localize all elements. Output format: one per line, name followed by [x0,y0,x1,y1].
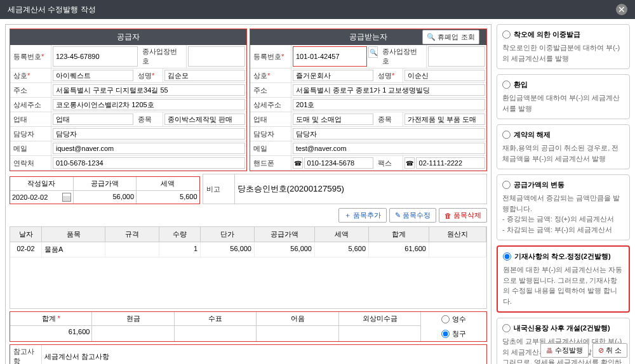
notes-label: 참고사항 [10,345,42,364]
supplier-company-label: 상호 [10,68,51,82]
claim-label: 청구 [452,329,466,339]
supplier-subbizno[interactable] [188,46,245,67]
edit-icon: ✎ [395,211,401,219]
tax-label: 세액 [137,177,199,191]
supplier-subbizno-label: 종사업장번호 [139,45,187,68]
row-date: 02-02 [10,242,42,257]
recipient-regno[interactable] [293,46,367,67]
supplier-name-label: 성명 [135,68,163,82]
supplier-address[interactable] [53,84,245,96]
search-icon[interactable]: 🔍 [368,46,378,58]
remarks-input[interactable] [235,174,486,204]
recipient-email[interactable] [293,143,485,154]
supplier-biztype[interactable] [53,114,133,125]
option-radio[interactable] [502,131,511,139]
col-supply: 공급가액 [255,227,315,242]
print-icon: 🖶 [546,347,553,354]
option-radio[interactable] [502,324,511,332]
option-radio[interactable] [502,181,511,189]
claim-radio[interactable] [441,330,450,338]
business-status-lookup-button[interactable]: 🔍휴폐업 조회 [422,30,479,44]
close-icon[interactable]: ✕ [616,4,627,15]
supplier-detailaddr-label: 상세주소 [10,98,51,112]
revision-option-4[interactable]: 기재사항의 착오.정정(2건발행)원본에 대한 부(-)의 세금계산서는 자동으… [497,245,630,313]
supplyamt-value: 56,000 [74,191,137,202]
option-radio[interactable] [502,30,511,39]
supplier-contact[interactable] [53,157,245,169]
grid-blank [10,257,486,308]
revision-option-0[interactable]: 착오에 의한 이중발급착오로인한 이중발급분에 대하여 부(-)의 세금계산서를… [497,24,630,69]
edit-item-button[interactable]: ✎품목수정 [389,208,436,223]
option-title: 내국신용장 사후 개설(2건발행) [514,323,610,333]
recipient-biztype[interactable] [293,114,373,125]
option-title: 기재사항의 착오.정정(2건발행) [514,252,611,261]
row-spec [105,242,159,257]
revision-option-2[interactable]: 계약의 해제재화,용역의 공급이 취소된 경우로, 전체금액을 부(-)의 세금… [497,124,630,169]
supplier-email[interactable] [53,143,245,154]
col-origin: 원산지 [429,227,486,242]
recipient-header: 공급받는자 🔍휴폐업 조회 [250,29,486,45]
receipt-radio[interactable] [441,315,450,323]
notes-input[interactable] [42,345,486,364]
contact-icon[interactable]: ☎ [293,157,303,169]
supplier-detailaddr[interactable] [53,99,245,110]
supplier-manager[interactable] [53,128,245,140]
issue-button[interactable]: 🖶수정발행 [540,343,589,358]
supplier-manager-label: 담당자 [10,127,51,141]
bill-value [257,326,338,337]
recipient-manager-label: 담당자 [250,127,291,141]
option-title: 환입 [514,80,528,89]
recipient-subbizno[interactable] [428,46,485,67]
title: 세금계산서 수정발행 작성 [8,4,96,15]
col-tax: 세액 [315,227,369,242]
option-desc: 전체금액에서 증감되는 금액만큼을 발행합니다. - 증강되는 금액: 정(+)… [502,193,624,235]
supplier-regno-label: 등록번호 [10,45,51,68]
supplier-bizitem-label: 종목 [135,112,163,126]
recipient-company-label: 상호 [250,68,291,82]
col-price: 단가 [201,227,255,242]
recipient-fax[interactable] [416,157,485,169]
calendar-icon[interactable] [62,193,71,202]
contact-icon[interactable]: ☎ [404,157,415,169]
tax-value: 5,600 [137,191,199,202]
supplier-header: 공급자 [10,29,246,45]
revision-option-1[interactable]: 환입환입금액분에 대하여 부(-)의 세금계산서를 발행 [497,74,630,119]
row-qty: 1 [159,242,201,257]
total-value: 61,600 [10,326,91,337]
recipient-detailaddr[interactable] [293,99,485,110]
cancel-icon: ⊘ [598,346,604,354]
add-item-button[interactable]: ＋품목추가 [338,208,387,223]
supplier-name[interactable] [164,70,245,81]
table-row[interactable]: 02-02 물품A 1 56,000 56,000 5,600 61,600 [10,242,486,257]
check-value [175,326,256,337]
recipient-name[interactable] [404,70,485,81]
remarks-label: 비고 [203,174,235,204]
option-radio[interactable] [502,81,511,89]
cancel-button[interactable]: ⊘취 소 [592,343,627,358]
supplier-address-label: 주소 [10,83,51,97]
option-desc: 원본에 대한 부(-)의 세금계산서는 자동으로 발행됩니다. 그러므로, 기재… [503,264,624,306]
supplier-regno[interactable] [53,46,138,67]
date-value: 2020-02-02 [12,193,48,201]
recipient-phone[interactable] [304,157,373,169]
supplyamt-label: 공급가액 [74,177,137,191]
receipt-label: 영수 [452,315,466,324]
recipient-manager[interactable] [293,128,485,140]
recipient-address[interactable] [293,84,485,96]
recipient-name-label: 성명 [375,68,403,82]
delete-item-button[interactable]: 🗑품목삭제 [439,208,487,223]
supplier-bizitem[interactable] [164,114,245,125]
recipient-company[interactable] [293,70,373,81]
recipient-fax-label: 팩스 [375,156,403,170]
recipient-bizitem-label: 종목 [375,112,403,126]
recipient-email-label: 메일 [250,141,291,155]
recipient-bizitem[interactable] [404,114,485,125]
supplier-company[interactable] [53,70,133,81]
supplier-biztype-label: 업태 [10,112,51,126]
option-radio[interactable] [503,252,511,261]
option-title: 착오에 의한 이중발급 [514,30,580,39]
col-date: 날자 [10,227,42,242]
recipient-phone-label: 핸드폰 [250,156,291,170]
supplier-contact-label: 연락처 [10,156,51,170]
revision-option-3[interactable]: 공급가액의 변동전체금액에서 증감되는 금액만큼을 발행합니다. - 증강되는 … [497,174,630,240]
